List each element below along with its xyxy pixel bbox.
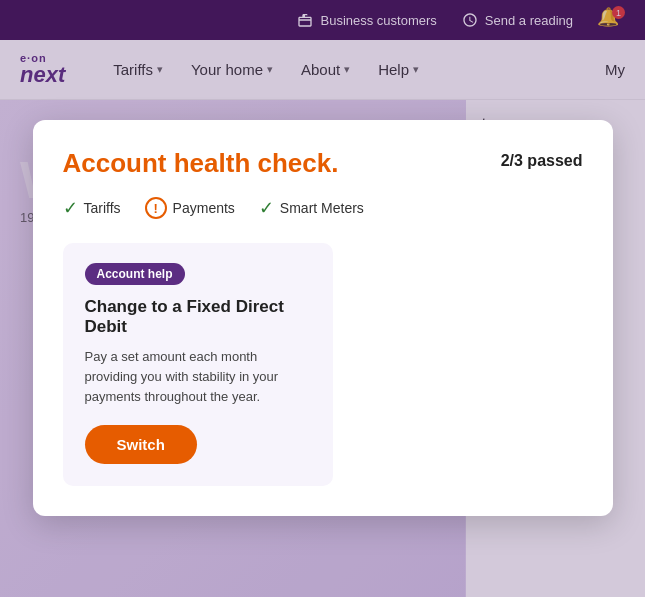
checkmark-icon: ✓ <box>63 197 78 219</box>
modal-checks: ✓ Tariffs ! Payments ✓ Smart Meters <box>63 197 583 219</box>
card-title: Change to a Fixed Direct Debit <box>85 297 311 337</box>
checkmark-icon: ✓ <box>259 197 274 219</box>
check-tariffs: ✓ Tariffs <box>63 197 121 219</box>
check-payments: ! Payments <box>145 197 235 219</box>
switch-button[interactable]: Switch <box>85 425 197 464</box>
account-health-modal: Account health check. 2/3 passed ✓ Tarif… <box>33 120 613 516</box>
check-smart-meters: ✓ Smart Meters <box>259 197 364 219</box>
card-tag: Account help <box>85 263 185 285</box>
modal-title: Account health check. <box>63 148 339 179</box>
check-tariffs-label: Tariffs <box>84 200 121 216</box>
modal-header: Account health check. 2/3 passed <box>63 148 583 179</box>
check-smart-meters-label: Smart Meters <box>280 200 364 216</box>
account-help-card: Account help Change to a Fixed Direct De… <box>63 243 333 486</box>
check-payments-label: Payments <box>173 200 235 216</box>
modal-overlay: Account health check. 2/3 passed ✓ Tarif… <box>0 0 645 597</box>
card-description: Pay a set amount each month providing yo… <box>85 347 311 407</box>
modal-passed: 2/3 passed <box>501 152 583 170</box>
warning-icon: ! <box>145 197 167 219</box>
